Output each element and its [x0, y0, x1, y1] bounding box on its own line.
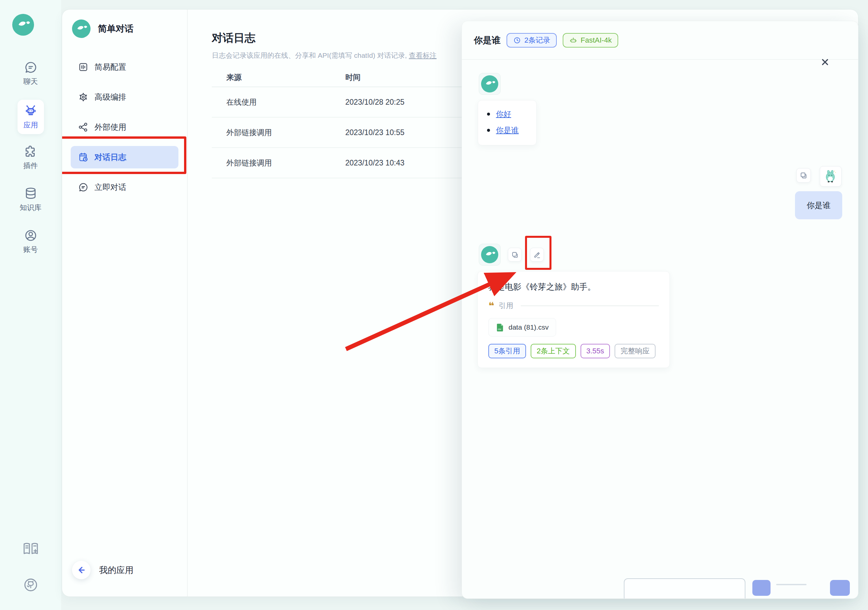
app-menu: 简易配置 高级编排 外部使: [62, 56, 187, 206]
logo-wings-icon: [75, 22, 88, 35]
duration-badge[interactable]: 3.55s: [581, 344, 610, 358]
user-avatar: [820, 166, 842, 187]
share-icon: [78, 122, 88, 132]
rail-item-label: 插件: [23, 161, 38, 171]
my-apps-label: 我的应用: [99, 564, 133, 576]
menu-item-external-use[interactable]: 外部使用: [71, 116, 178, 138]
send-button[interactable]: [830, 580, 850, 596]
github-icon: [23, 577, 38, 593]
bot-answer-card: 我是电影《铃芽之旅》助手。 ❝ 引用 csv data (81).csv 5条引…: [477, 271, 670, 368]
bullet-dot: [487, 129, 490, 132]
gear-icon: [78, 92, 88, 102]
svg-text:csv: csv: [498, 328, 501, 331]
rail-item-label: 聊天: [23, 77, 38, 87]
chat-bubble-icon: [24, 60, 38, 74]
menu-item-label: 外部使用: [95, 122, 126, 132]
robot-icon: [24, 104, 38, 118]
rail-item-label: 知识库: [20, 203, 42, 213]
back-arrow-icon: [76, 565, 86, 575]
bot-message-links: 你好 你是谁: [478, 100, 536, 145]
database-icon: [24, 187, 38, 200]
rail-item-plugins[interactable]: 插件: [0, 145, 61, 171]
bullet-dot: [487, 113, 490, 116]
input-divider: [776, 584, 806, 585]
quote-divider: [521, 305, 659, 306]
app-name: 简单对话: [98, 23, 133, 35]
chat-history: 你好 你是谁: [462, 60, 858, 598]
chat-bubble-icon: [78, 182, 88, 192]
menu-item-chat-now[interactable]: 立即对话: [71, 176, 178, 198]
cell-source: 外部链接调用: [212, 158, 345, 168]
copy-message-button[interactable]: [508, 248, 522, 262]
cell-source: 外部链接调用: [212, 127, 345, 138]
menu-item-label: 立即对话: [95, 182, 126, 192]
drawer-title: 你是谁: [474, 34, 501, 46]
rail-item-account[interactable]: 账号: [0, 229, 61, 255]
user-avatar-creature-icon: [824, 169, 838, 183]
github-button[interactable]: [0, 577, 61, 593]
quick-question-link[interactable]: 你是谁: [496, 125, 519, 135]
app-sidebar: 简单对话 简易配置: [62, 9, 188, 596]
app-logo[interactable]: [12, 14, 34, 36]
clock-icon: [513, 36, 521, 44]
menu-item-simple-config[interactable]: 简易配置: [71, 56, 178, 78]
input-action-button[interactable]: [752, 580, 770, 596]
menu-item-label: 简易配置: [95, 62, 126, 72]
page-description-text: 日志会记录该应用的在线、分享和 API(需填写 chatId) 对话记录,: [212, 51, 409, 59]
user-message-text: 你是谁: [807, 200, 831, 211]
left-rail: 聊天 应用 插件: [0, 0, 61, 610]
rail-item-label: 账号: [23, 245, 38, 255]
copy-message-button[interactable]: [796, 168, 811, 183]
model-label: FastAI-4k: [581, 36, 612, 45]
quote-icon: ❝: [488, 302, 494, 309]
menu-item-label: 对话日志: [95, 152, 126, 163]
logo-wings-icon: [16, 17, 30, 32]
citations-badge[interactable]: 5条引用: [488, 344, 526, 358]
quick-question-link[interactable]: 你好: [496, 109, 511, 119]
response-meta-badges: 5条引用 2条上下文 3.55s 完整响应: [488, 344, 659, 358]
edit-pencil-icon: [533, 251, 541, 259]
app-header: 简单对话: [62, 9, 187, 38]
config-panel-icon: [78, 62, 88, 72]
drawer-header: 你是谁 2条记录 FastAI-4k: [462, 21, 858, 60]
view-annotation-link[interactable]: 查看标注: [409, 51, 437, 59]
quote-label: 引用: [499, 301, 513, 311]
puzzle-icon: [24, 145, 38, 158]
back-button[interactable]: [72, 561, 90, 579]
bot-answer-text: 我是电影《铃芽之旅》助手。: [488, 282, 659, 292]
rail-item-chat[interactable]: 聊天: [0, 60, 61, 87]
chat-log-drawer: 你是谁 2条记录 FastAI-4k: [462, 21, 859, 599]
menu-item-chat-logs[interactable]: 对话日志: [71, 146, 178, 169]
rail-item-apps[interactable]: 应用: [12, 100, 49, 134]
app-avatar: [72, 20, 90, 38]
chat-input[interactable]: [624, 578, 746, 599]
docs-book-icon: [22, 542, 39, 556]
copy-icon: [511, 251, 519, 259]
robot-icon: [569, 36, 577, 44]
chat-log-icon: [78, 152, 88, 163]
edit-message-button[interactable]: [530, 248, 544, 262]
record-count-badge: 2条记录: [507, 33, 557, 48]
record-count-label: 2条记录: [524, 36, 550, 45]
bot-avatar: [479, 244, 501, 266]
column-header-source: 来源: [212, 72, 345, 82]
user-circle-icon: [24, 229, 38, 242]
full-response-badge[interactable]: 完整响应: [615, 344, 656, 358]
menu-item-advanced-orchestration[interactable]: 高级编排: [71, 86, 178, 108]
copy-icon: [799, 171, 808, 180]
rail-item-knowledge[interactable]: 知识库: [0, 187, 61, 213]
model-badge: FastAI-4k: [563, 33, 618, 48]
quoted-file-chip[interactable]: csv data (81).csv: [488, 318, 556, 336]
my-apps-back[interactable]: 我的应用: [72, 561, 133, 579]
quote-section: ❝ 引用: [488, 301, 659, 311]
logo-wings-icon: [484, 78, 496, 90]
file-name: data (81).csv: [508, 323, 549, 331]
context-badge[interactable]: 2条上下文: [531, 344, 576, 358]
logo-wings-icon: [484, 249, 496, 260]
docs-button[interactable]: [0, 542, 61, 556]
rail-item-label: 应用: [23, 120, 38, 130]
cell-source: 在线使用: [212, 97, 345, 107]
user-message-bubble: 你是谁: [795, 191, 842, 219]
csv-file-icon: csv: [496, 323, 505, 331]
bot-avatar: [479, 73, 501, 95]
